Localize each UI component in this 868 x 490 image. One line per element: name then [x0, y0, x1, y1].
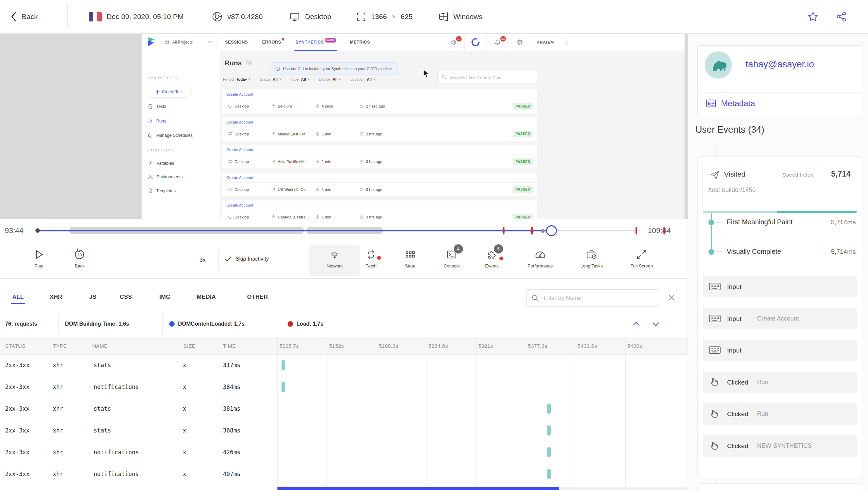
chevron-left-icon: [10, 12, 17, 22]
status-badge: PASSED: [513, 214, 533, 219]
network-request-row[interactable]: 2xx-3xx xhr notifications x 407ms: [0, 463, 688, 485]
play-button[interactable]: Play: [18, 247, 59, 268]
user-card: tahay@asayer.io Metadata: [697, 45, 862, 117]
network-tab[interactable]: XHR: [50, 294, 62, 300]
monitor-icon: [228, 215, 232, 219]
project-selector: All Projects: [160, 33, 216, 51]
network-wifi-icon: [328, 248, 341, 261]
user-event-item[interactable]: Clicked Run: [703, 372, 857, 393]
panel-events-button[interactable]: 6 Events: [471, 247, 512, 268]
chevron-down-icon: [373, 78, 376, 80]
divider: [162, 314, 163, 334]
status-badge: PASSED: [513, 131, 533, 137]
panel-console-button[interactable]: 4 Console: [431, 247, 472, 268]
sidebar-item-tests: Tests: [148, 103, 166, 109]
column-size: SIZE: [183, 337, 195, 354]
column-time-5433.6s: 5433.6s: [578, 337, 597, 354]
timeline-seek-handle[interactable]: [546, 225, 557, 236]
sidebar-section-synthetics: SYNTHETICS: [148, 76, 178, 80]
runs-count: 76: [244, 59, 252, 67]
waterfall-bar: [282, 382, 285, 392]
sidebar-item-templates: Templates: [148, 188, 176, 194]
run-location: Asia Pacific (M...: [272, 155, 307, 168]
network-tab[interactable]: ALL: [12, 294, 24, 300]
jump-next-button[interactable]: [652, 312, 660, 336]
playback-timeline[interactable]: 93:44 109:44: [0, 219, 688, 242]
network-request-row[interactable]: 2xx-3xx xhr notifications x 384ms: [0, 376, 688, 398]
clipboard-icon: [148, 103, 153, 109]
run-location: Belgium: [272, 99, 292, 113]
network-tab[interactable]: MEDIA: [197, 294, 216, 300]
panel-fetch-button[interactable]: Fetch: [351, 247, 391, 268]
network-request-row[interactable]: 2xx-3xx xhr notifications x 426ms: [0, 441, 688, 463]
network-request-row[interactable]: 2xx-3xx xhr stats x 317ms: [0, 354, 688, 376]
network-stats-row: 76: requests DOM Building Time: 1.6s DOM…: [0, 312, 688, 336]
user-event-item[interactable]: Input: [703, 340, 857, 361]
panel-state-button[interactable]: State: [390, 247, 431, 268]
panel-long-tasks-button[interactable]: Long Tasks: [568, 247, 615, 268]
keyboard-icon: [709, 313, 721, 324]
network-request-row[interactable]: 2xx-3xx xhr stats x 381ms: [0, 398, 688, 420]
chrome-icon: [212, 11, 223, 22]
share-button[interactable]: [836, 0, 847, 33]
back-10-button[interactable]: 10 Back: [59, 247, 100, 268]
status-badge: PASSED: [513, 186, 533, 193]
network-tab[interactable]: CSS: [120, 294, 132, 300]
jump-previous-button[interactable]: [632, 312, 641, 336]
network-filter-input[interactable]: [543, 294, 654, 302]
user-event-item[interactable]: Input Create Account: [703, 308, 857, 329]
visited-url: /test-builder/1450: [708, 186, 756, 194]
network-tab[interactable]: IMG: [159, 294, 171, 300]
run-filter: Period Today: [223, 77, 251, 81]
france-flag-icon: [89, 12, 102, 21]
screen-resolution-icon: [356, 12, 366, 22]
panel-network-button[interactable]: Network: [314, 247, 355, 268]
location-pin-icon: [272, 104, 276, 109]
new-badge: NEW: [325, 38, 336, 43]
divider: [280, 314, 280, 334]
divider: [147, 144, 214, 144]
waterfall-scrollbar-thumb[interactable]: [277, 487, 559, 490]
events-count-badge: 6: [494, 244, 503, 254]
run-name-link: Create Account: [222, 173, 537, 183]
announcements-badge: 1: [456, 36, 462, 42]
back-button[interactable]: Back: [10, 0, 38, 33]
speed-toggle[interactable]: 3x: [191, 257, 214, 263]
timeline-current-time: 93:44: [5, 226, 23, 235]
user-event-item[interactable]: Input: [703, 276, 857, 297]
back-label: Back: [22, 13, 38, 21]
user-event-item[interactable]: Clicked Run: [703, 403, 857, 425]
panel-performance-button[interactable]: Performance: [516, 247, 564, 268]
column-time: TIME: [223, 337, 236, 354]
fullscreen-button[interactable]: Full Screen: [618, 247, 665, 268]
divider: [58, 314, 59, 334]
waterfall-bar: [282, 360, 285, 370]
status-badge: PASSED: [513, 103, 533, 110]
run-device: Desktop: [228, 183, 249, 196]
alert-dot: [377, 256, 381, 260]
skip-inactivity-toggle[interactable]: Skip Inactivity: [225, 256, 269, 262]
user-event-item[interactable]: Clicked NEW SYNTHETICS: [703, 435, 857, 457]
waterfall-bar: [547, 404, 551, 414]
network-request-row[interactable]: 2xx-3xx xhr stats x 368ms: [0, 420, 688, 441]
column-time-5377.3s: 5377.3s: [528, 337, 547, 354]
favorite-button[interactable]: [807, 0, 818, 33]
os-name: Windows: [453, 13, 482, 21]
metric-connector-line: [711, 213, 712, 252]
close-panel-button[interactable]: [667, 293, 676, 302]
network-tab[interactable]: OTHER: [247, 294, 268, 300]
metadata-button[interactable]: Metadata: [706, 99, 755, 108]
visited-event-card[interactable]: Visited Speed Index 5,714 /test-builder/…: [703, 161, 857, 213]
run-duration: 4 secs: [316, 99, 333, 113]
network-tab[interactable]: JS: [89, 294, 96, 300]
monitor-icon: [228, 132, 232, 136]
session-date: Dec 09, 2020, 05:10 PM: [107, 13, 183, 21]
column-name: NAME: [92, 337, 108, 354]
run-device: Desktop: [228, 210, 249, 219]
stopwatch-icon: [316, 215, 320, 219]
test-search-input: [449, 75, 533, 80]
search-icon: [531, 294, 540, 302]
replayed-app-sidebar: SYNTHETICS Create Test Tests Runs Manage…: [142, 51, 220, 219]
run-time-ago: 3 hrs ago: [359, 155, 382, 168]
column-time-5152s: 5152s: [329, 337, 344, 354]
